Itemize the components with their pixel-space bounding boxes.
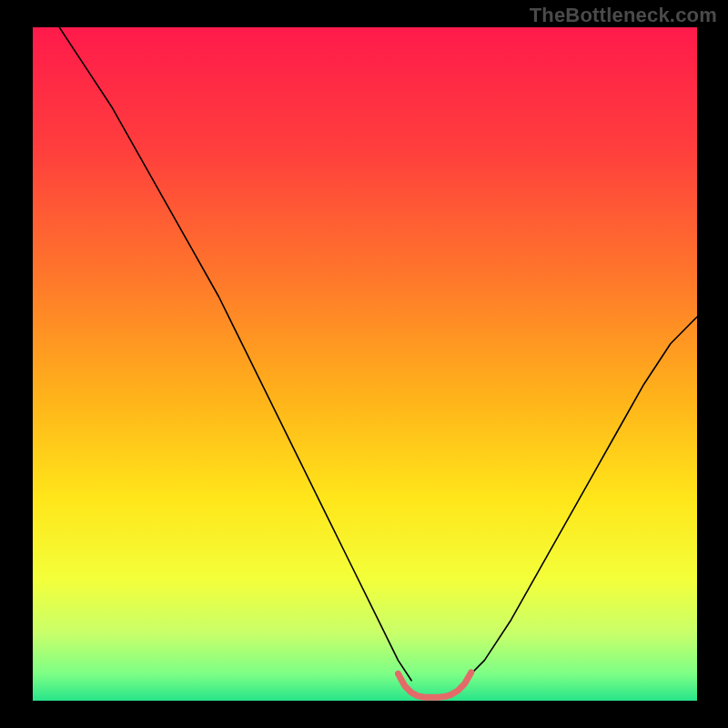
watermark-label: TheBottleneck.com <box>530 4 717 27</box>
gradient-background <box>33 27 697 701</box>
chart-frame: TheBottleneck.com <box>0 0 728 728</box>
chart-svg <box>33 27 697 701</box>
plot-area <box>33 27 697 701</box>
